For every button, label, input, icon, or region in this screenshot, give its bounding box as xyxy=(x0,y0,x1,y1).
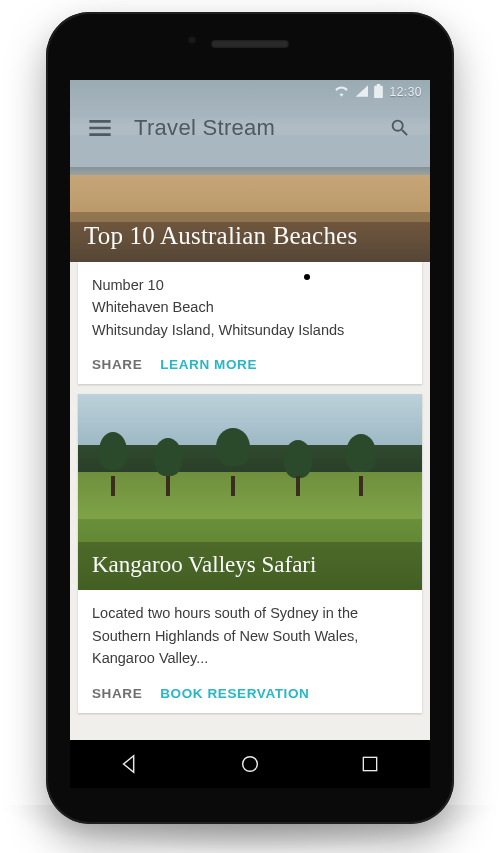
recents-icon xyxy=(360,754,380,774)
back-icon xyxy=(119,753,141,775)
card-line: Whitsunday Island, Whitsunday Islands xyxy=(92,319,408,341)
svg-point-1 xyxy=(243,757,258,772)
cell-icon xyxy=(355,85,368,100)
menu-button[interactable] xyxy=(80,108,120,148)
status-bar: 12:30 xyxy=(70,80,430,104)
learn-more-button[interactable]: LEARN MORE xyxy=(160,357,257,372)
hero-title-bar: Top 10 Australian Beaches xyxy=(70,212,430,262)
app-bar: Travel Stream xyxy=(70,104,430,152)
wifi-icon xyxy=(334,85,349,100)
search-icon xyxy=(389,117,411,139)
card-actions: SHARE BOOK RESERVATION xyxy=(78,678,422,713)
card-body: Number 10 Whitehaven Beach Whitsunday Is… xyxy=(78,262,422,349)
status-icons xyxy=(334,84,383,101)
device-screen: 12:30 Travel Stream xyxy=(70,80,430,740)
app-title: Travel Stream xyxy=(134,115,275,141)
android-navbar xyxy=(70,740,430,788)
media-title: Kangaroo Valleys Safari xyxy=(92,552,408,578)
media-title-bar: Kangaroo Valleys Safari xyxy=(78,542,422,590)
share-button[interactable]: SHARE xyxy=(92,686,142,701)
device-camera-dot xyxy=(188,36,196,44)
book-reservation-button[interactable]: BOOK RESERVATION xyxy=(160,686,309,701)
card-description: Located two hours south of Sydney in the… xyxy=(92,602,408,669)
svg-rect-2 xyxy=(363,757,376,770)
hero-title: Top 10 Australian Beaches xyxy=(84,222,416,250)
card-media[interactable]: Kangaroo Valleys Safari xyxy=(78,394,422,590)
status-time: 12:30 xyxy=(389,85,422,99)
hamburger-icon xyxy=(89,120,111,136)
media-decor-trees xyxy=(78,426,422,496)
nav-recents-button[interactable] xyxy=(342,746,398,782)
share-button[interactable]: SHARE xyxy=(92,357,142,372)
card-safari: Kangaroo Valleys Safari Located two hour… xyxy=(78,394,422,712)
card-actions: SHARE LEARN MORE xyxy=(78,349,422,384)
nav-home-button[interactable] xyxy=(222,746,278,782)
device-frame: 12:30 Travel Stream xyxy=(46,12,454,824)
search-button[interactable] xyxy=(380,108,420,148)
home-icon xyxy=(239,753,261,775)
appbar-hero: 12:30 Travel Stream xyxy=(70,80,430,262)
card-beaches: Number 10 Whitehaven Beach Whitsunday Is… xyxy=(78,262,422,384)
device-earpiece xyxy=(211,40,289,48)
battery-icon xyxy=(374,84,383,101)
decorative-dot-icon xyxy=(304,274,310,280)
content-scroll[interactable]: Number 10 Whitehaven Beach Whitsunday Is… xyxy=(70,262,430,731)
card-body: Located two hours south of Sydney in the… xyxy=(78,590,422,677)
nav-back-button[interactable] xyxy=(102,746,158,782)
svg-rect-0 xyxy=(376,90,382,96)
card-line: Whitehaven Beach xyxy=(92,296,408,318)
card-line: Number 10 xyxy=(92,274,408,296)
